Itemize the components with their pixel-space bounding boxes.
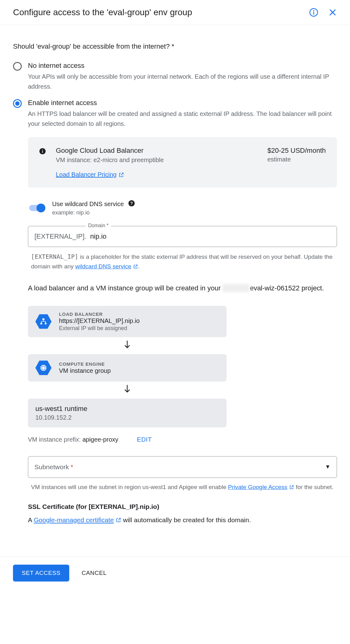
radio-no-internet[interactable]: No internet access Your APIs will only b… [13, 62, 337, 91]
ssl-section: SSL Certificate (for [EXTERNAL_IP].nip.i… [28, 503, 337, 525]
dialog-content: Should 'eval-group' be accessible from t… [0, 25, 350, 538]
radio-description: Your APIs will only be accessible from y… [28, 72, 337, 91]
svg-text:?: ? [130, 201, 133, 206]
radio-indicator [13, 99, 22, 108]
svg-rect-12 [45, 323, 46, 324]
topology-compute-engine: COMPUTE ENGINE VM instance group [28, 354, 227, 382]
topology-load-balancer: LOAD BALANCER https://[EXTERNAL_IP].nip.… [28, 306, 227, 337]
svg-rect-15 [43, 367, 45, 369]
vm-prefix-label: VM instance prefix: [28, 436, 83, 443]
lb-price: $20-25 USD/month [267, 147, 326, 155]
topo-label: LOAD BALANCER [59, 311, 140, 317]
radio-indicator [13, 62, 22, 71]
topo-sub: External IP will be assigned [59, 325, 140, 332]
svg-rect-10 [43, 319, 45, 320]
dialog-header: Configure access to the 'eval-group' env… [0, 0, 350, 25]
wildcard-dns-toggle[interactable] [28, 204, 45, 212]
access-question: Should 'eval-group' be accessible from t… [13, 42, 337, 51]
wildcard-dns-row: Use wildcard DNS service ? example: nip.… [28, 200, 337, 216]
access-radio-group: No internet access Your APIs will only b… [13, 62, 337, 525]
edit-vm-prefix-button[interactable]: EDIT [137, 436, 152, 443]
toggle-example: example: nip.io [52, 210, 135, 216]
topo-main: https://[EXTERNAL_IP].nip.io [59, 317, 140, 324]
lb-card-title: Google Cloud Load Balancer [56, 147, 164, 155]
arrow-down-icon [28, 337, 227, 354]
svg-point-7 [42, 149, 43, 150]
google-managed-cert-link[interactable]: Google-managed certificate [34, 515, 121, 525]
runtime-ip: 10.109.152.2 [35, 414, 219, 421]
domain-value: nip.io [90, 232, 107, 240]
topo-label: COMPUTE ENGINE [59, 361, 111, 367]
wildcard-dns-service-link[interactable]: wildcard DNS service [75, 262, 138, 271]
subnetwork-select[interactable]: Subnetwork * ▼ [28, 456, 337, 478]
ssl-title: SSL Certificate (for [EXTERNAL_IP].nip.i… [28, 503, 337, 510]
radio-description: An HTTPS load balancer will be created a… [28, 109, 337, 129]
radio-label: No internet access [28, 62, 337, 70]
vm-prefix-value: apigee-proxy [83, 436, 119, 443]
ssl-text: A Google-managed certificate will automa… [28, 515, 337, 525]
lb-pricing-link[interactable]: Load Balancer Pricing [56, 171, 124, 178]
lb-estimate: estimate [267, 156, 326, 163]
chevron-down-icon: ▼ [325, 464, 330, 470]
load-balancer-info-card: Google Cloud Load Balancer VM instance: … [28, 137, 337, 187]
arrow-down-icon [28, 382, 227, 399]
topo-main: VM instance group [59, 367, 111, 374]
subnet-hint: VM instances will use the subnet in regi… [28, 482, 337, 492]
project-info-text: A load balancer and a VM instance group … [28, 283, 337, 293]
subnet-label: Subnetwork [34, 463, 71, 470]
topology-runtime: us-west1 runtime 10.109.152.2 [28, 399, 227, 427]
compute-engine-icon [35, 360, 52, 376]
lb-card-subtitle: VM instance: e2-micro and preemptible [56, 157, 164, 164]
set-access-button[interactable]: SET ACCESS [13, 565, 69, 581]
domain-label: Domain * [86, 223, 111, 228]
radio-enable-internet[interactable]: Enable internet access An HTTPS load bal… [13, 99, 337, 525]
runtime-name: us-west1 runtime [35, 405, 219, 413]
dialog-title: Configure access to the 'eval-group' env… [13, 7, 192, 17]
header-actions [309, 8, 337, 17]
domain-prefix: [EXTERNAL_IP]. [34, 232, 87, 240]
svg-rect-6 [42, 151, 43, 153]
info-icon[interactable] [309, 8, 318, 17]
topology-diagram: LOAD BALANCER https://[EXTERNAL_IP].nip.… [28, 306, 227, 427]
private-google-access-link[interactable]: Private Google Access [228, 482, 294, 492]
help-icon[interactable]: ? [128, 200, 135, 208]
vm-prefix-row: VM instance prefix: apigee-proxy EDIT [28, 436, 337, 443]
load-balancer-icon [35, 313, 52, 329]
toggle-label: Use wildcard DNS service ? [52, 200, 135, 208]
domain-field[interactable]: Domain * [EXTERNAL_IP]. nip.io [28, 226, 337, 247]
cancel-button[interactable]: CANCEL [82, 570, 107, 576]
domain-hint: [EXTERNAL_IP] is a placeholder for the s… [28, 252, 337, 271]
dialog-footer: SET ACCESS CANCEL [0, 556, 350, 589]
svg-rect-11 [40, 323, 42, 324]
close-icon[interactable] [328, 8, 337, 17]
info-filled-icon [39, 148, 46, 178]
radio-label: Enable internet access [28, 99, 337, 107]
svg-point-2 [313, 11, 314, 11]
